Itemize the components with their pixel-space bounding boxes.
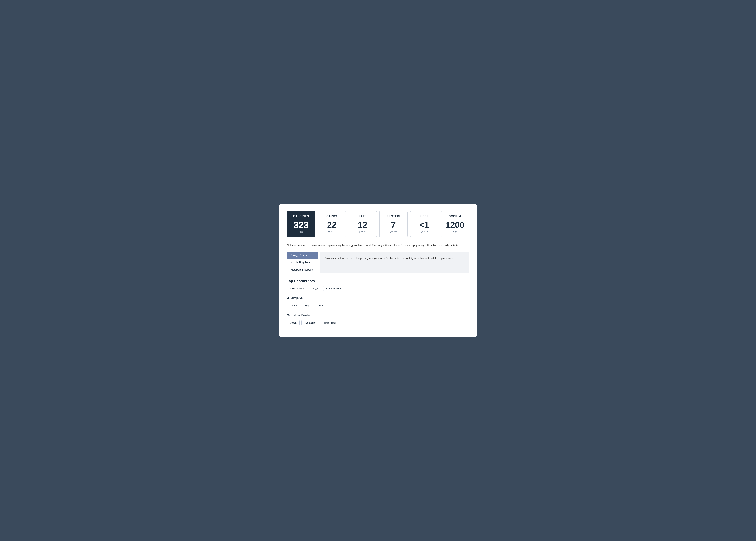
tab-item-metabolism-support[interactable]: Metabolism Support: [287, 266, 318, 273]
tag-streaky-bacon: Streaky Bacon: [287, 285, 308, 291]
stat-label-sodium: SODIUM: [444, 215, 466, 218]
stat-box-protein: PROTEIN7grams: [379, 211, 408, 238]
stat-box-carbs: CARBS22grams: [318, 211, 346, 238]
stat-unit-fiber: grams: [413, 230, 436, 233]
suitable-diets-section: Suitable Diets VeganVegtaiarianHigh-Prot…: [287, 313, 469, 325]
stat-unit-fats: grams: [351, 230, 374, 233]
tab-item-weight-regulation[interactable]: Weight Regulation: [287, 259, 318, 266]
tab-content: Calories from food serve as the primary …: [320, 252, 469, 273]
stat-value-sodium: 1200: [444, 221, 466, 229]
suitable-diets-title: Suitable Diets: [287, 313, 469, 317]
stat-label-fiber: FIBER: [413, 215, 436, 218]
top-contributors-title: Top Contributors: [287, 279, 469, 283]
tag-dairy: Dairy: [315, 303, 326, 308]
tag-ciabatta-bread: Ciabatta Bread: [323, 285, 345, 291]
stat-value-calories: 323: [290, 221, 312, 230]
stat-box-fiber: FIBER<1grams: [410, 211, 438, 238]
allergens-title: Allergens: [287, 296, 469, 300]
stat-box-calories: CALORIES323kcal: [287, 211, 315, 238]
tag-vegan: Vegan: [287, 320, 300, 325]
tabs-section: Energy SourceWeight RegulationMetabolism…: [287, 252, 469, 273]
stat-value-protein: 7: [382, 221, 405, 229]
tab-item-energy-source[interactable]: Energy Source: [287, 252, 318, 259]
suitable-diets-tags: VeganVegtaiarianHigh-Protein: [287, 320, 469, 325]
stat-label-calories: CALORIES: [290, 215, 312, 218]
stat-value-carbs: 22: [321, 221, 343, 229]
stat-unit-carbs: grams: [321, 230, 343, 233]
top-contributors-section: Top Contributors Streaky BaconEggsCiabat…: [287, 279, 469, 291]
description-text: Calories are a unit of measurement repre…: [287, 243, 469, 247]
top-contributors-tags: Streaky BaconEggsCiabatta Bread: [287, 285, 469, 291]
allergens-section: Allergens GlutenEggsDairy: [287, 296, 469, 308]
tag-gluten: Gluten: [287, 303, 300, 308]
stat-value-fats: 12: [351, 221, 374, 229]
stat-value-fiber: <1: [413, 221, 436, 229]
stat-box-fats: FATS12grams: [349, 211, 377, 238]
tag-high-protein: High-Protein: [321, 320, 340, 325]
stat-label-carbs: CARBS: [321, 215, 343, 218]
stat-unit-sodium: mg: [444, 230, 466, 233]
stat-label-protein: PROTEIN: [382, 215, 405, 218]
tabs-list: Energy SourceWeight RegulationMetabolism…: [287, 252, 318, 273]
stat-unit-protein: grams: [382, 230, 405, 233]
stat-unit-calories: kcal: [290, 231, 312, 234]
tag-eggs: Eggs: [310, 285, 321, 291]
allergens-tags: GlutenEggsDairy: [287, 303, 469, 308]
tag-eggs: Eggs: [302, 303, 313, 308]
stat-label-fats: FATS: [351, 215, 374, 218]
nutrition-card: CALORIES323kcalCARBS22gramsFATS12gramsPR…: [279, 204, 477, 337]
stat-box-sodium: SODIUM1200mg: [441, 211, 469, 238]
tag-vegtaiarian: Vegtaiarian: [301, 320, 319, 325]
stats-row: CALORIES323kcalCARBS22gramsFATS12gramsPR…: [287, 211, 469, 238]
